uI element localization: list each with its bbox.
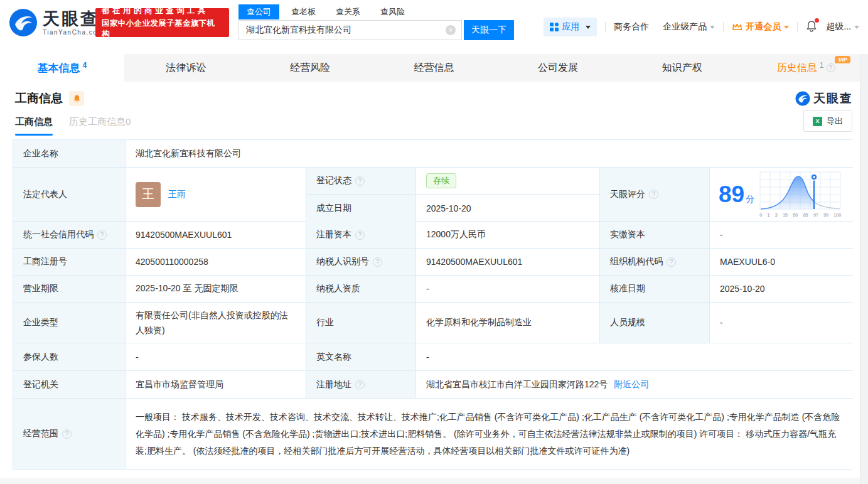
value-registered-address: 湖北省宜昌市枝江市白洋工业园田家河路122号 附近公司 (416, 371, 853, 399)
logo-texts: 天眼查 TianYanCha.com (43, 10, 104, 36)
value-establish-date: 2025-10-20 (416, 195, 600, 222)
status-badge: 存续 (426, 173, 456, 188)
chevron-down-icon (784, 26, 789, 29)
subtab-business-info[interactable]: 工商信息 (15, 116, 53, 136)
label-tianyan-score: 天眼评分 (600, 168, 710, 222)
label-business-scope: 经营范围 (13, 399, 126, 469)
tab-company-development-label: 公司发展 (538, 62, 578, 75)
search-input-wrap: ✕ (238, 20, 462, 40)
value-legal-representative: 王 王雨 (126, 168, 306, 222)
bell-icon (73, 94, 81, 103)
help-icon[interactable] (373, 257, 382, 267)
subscribe-bell-button[interactable] (69, 91, 84, 106)
help-icon[interactable] (649, 190, 658, 199)
search-area: 查公司 查老板 查关系 查风险 ✕ 天眼一下 (238, 4, 515, 40)
label-registered-address-text: 注册地址 (316, 379, 351, 390)
open-vip-menu[interactable]: 开通会员 (732, 21, 789, 33)
nearby-companies-link[interactable]: 附近公司 (614, 379, 649, 390)
address-text: 湖北省宜昌市枝江市白洋工业园田家河路122号 (426, 379, 608, 390)
value-organization-code: MAEXUUL6-0 (710, 249, 853, 276)
notification-bell[interactable] (806, 20, 817, 34)
label-registered-capital-text: 注册资本 (316, 229, 351, 240)
scrollbar-track[interactable] (860, 54, 868, 484)
subtab-history-business-info[interactable]: 历史工商信息0 (69, 116, 131, 136)
notification-dot (815, 18, 819, 23)
value-industry: 化学原料和化学制品制造业 (416, 303, 600, 343)
legal-person-link[interactable]: 王雨 (168, 189, 186, 200)
enterprise-product-menu[interactable]: 企业级产品 (663, 21, 715, 33)
tab-basic-info[interactable]: 基本信息 4 (0, 54, 124, 82)
company-nav-tabs: 基本信息 4 法律诉讼 经营风险 经营信息 公司发展 知识产权 VIP 历史信息… (0, 54, 868, 82)
label-english-name: 英文名称 (306, 343, 416, 371)
label-paid-capital: 实缴资本 (600, 222, 710, 249)
help-icon[interactable] (355, 176, 365, 186)
search-tab-company[interactable]: 查公司 (238, 4, 279, 19)
tab-operation-info[interactable]: 经营信息 (372, 54, 496, 82)
section-title: 工商信息 (15, 90, 63, 107)
search-tab-relation[interactable]: 查关系 (328, 4, 368, 19)
logo-domain: TianYanCha.com (43, 29, 104, 36)
tab-basic-info-label: 基本信息 (37, 61, 80, 75)
label-company-type: 企业类型 (13, 303, 126, 343)
tab-intellectual-property[interactable]: 知识产权 (620, 54, 744, 82)
label-staff-size: 人员规模 (600, 303, 710, 343)
value-approval-date: 2025-10-20 (710, 276, 853, 303)
excel-icon (813, 117, 822, 126)
watermark-logo: 天眼查 (795, 90, 853, 107)
search-tabs: 查公司 查老板 查关系 查风险 (238, 4, 515, 19)
value-registration-status: 存续 (416, 168, 600, 195)
label-company-name: 企业名称 (13, 140, 126, 168)
label-industry: 行业 (306, 303, 416, 343)
section-header: 工商信息 天眼查 (0, 82, 868, 107)
tab-operation-risk[interactable]: 经营风险 (248, 54, 372, 82)
value-company-name: 湖北宜化新宜科技有限公司 (126, 140, 853, 168)
tab-basic-info-count: 4 (82, 61, 87, 70)
divider (797, 22, 798, 32)
tab-legal-lawsuit[interactable]: 法律诉讼 (124, 54, 249, 82)
apps-grid-icon (550, 23, 559, 31)
value-company-type: 有限责任公司(非自然人投资或控股的法人独资) (126, 303, 306, 343)
score-number-block: 89分 (719, 183, 754, 206)
value-business-term: 2025-10-20 至 无固定期限 (126, 276, 306, 303)
help-icon[interactable] (827, 63, 835, 72)
tianyancha-logo-icon (9, 8, 38, 37)
crown-icon (732, 23, 742, 31)
score-distribution-chart[interactable]: 0131550859799100 (759, 171, 842, 217)
search-button[interactable]: 天眼一下 (464, 20, 514, 40)
business-coop-link[interactable]: 商务合作 (614, 21, 649, 33)
tianyancha-logo[interactable]: 天眼查 TianYanCha.com (9, 8, 104, 37)
help-icon[interactable] (97, 230, 107, 240)
user-account-label: 超级... (826, 21, 851, 33)
enterprise-product-label: 企业级产品 (663, 21, 707, 33)
tab-history-info-label: 历史信息 (777, 62, 817, 75)
page: 天眼查 TianYanCha.com 都在用的商业查询工具 国家中小企业发展子基… (0, 0, 868, 484)
user-account-menu[interactable]: 超级... (826, 21, 859, 33)
help-icon[interactable] (355, 230, 365, 240)
help-icon[interactable] (355, 380, 365, 389)
search-input[interactable] (238, 20, 462, 40)
promo-line2: 国家中小企业发展子基金旗下机构 (102, 18, 223, 40)
logo-name: 天眼查 (43, 10, 104, 28)
label-credit-code-text: 统一社会信用代码 (23, 229, 94, 240)
label-credit-code: 统一社会信用代码 (13, 222, 126, 249)
clear-icon[interactable]: ✕ (446, 25, 456, 35)
value-registration-authority: 宜昌市市场监督管理局 (126, 371, 306, 399)
tab-company-development[interactable]: 公司发展 (496, 54, 620, 82)
label-approval-date: 核准日期 (600, 276, 710, 303)
help-icon[interactable] (62, 429, 72, 439)
apps-menu[interactable]: 应用 (544, 18, 597, 36)
promo-banner: 都在用的商业查询工具 国家中小企业发展子基金旗下机构 (95, 8, 229, 37)
label-establish-date: 成立日期 (306, 195, 416, 222)
export-button[interactable]: 导出 (803, 110, 852, 132)
search-tab-boss[interactable]: 查老板 (283, 4, 324, 19)
label-registration-number: 工商注册号 (13, 249, 126, 276)
label-registration-authority: 登记机关 (13, 371, 126, 399)
search-tab-risk[interactable]: 查风险 (372, 4, 413, 19)
subtab-row: 工商信息 历史工商信息0 导出 (0, 107, 868, 136)
search-row: ✕ 天眼一下 (238, 20, 515, 40)
tab-history-info[interactable]: VIP 历史信息 1 (744, 54, 868, 82)
value-registration-number: 420500110000258 (126, 249, 306, 276)
label-taxpayer-qualification: 纳税人资质 (306, 276, 416, 303)
help-icon[interactable] (667, 257, 676, 267)
avatar[interactable]: 王 (136, 182, 161, 207)
